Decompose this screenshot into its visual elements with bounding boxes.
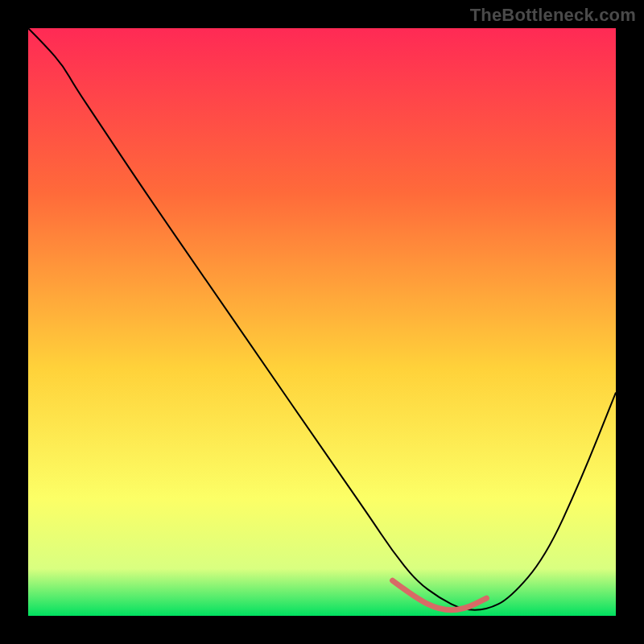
chart-svg: [28, 28, 616, 616]
watermark-text: TheBottleneck.com: [470, 5, 636, 26]
chart-frame: TheBottleneck.com: [0, 0, 644, 644]
plot-area: [28, 28, 616, 616]
gradient-background: [28, 28, 616, 616]
